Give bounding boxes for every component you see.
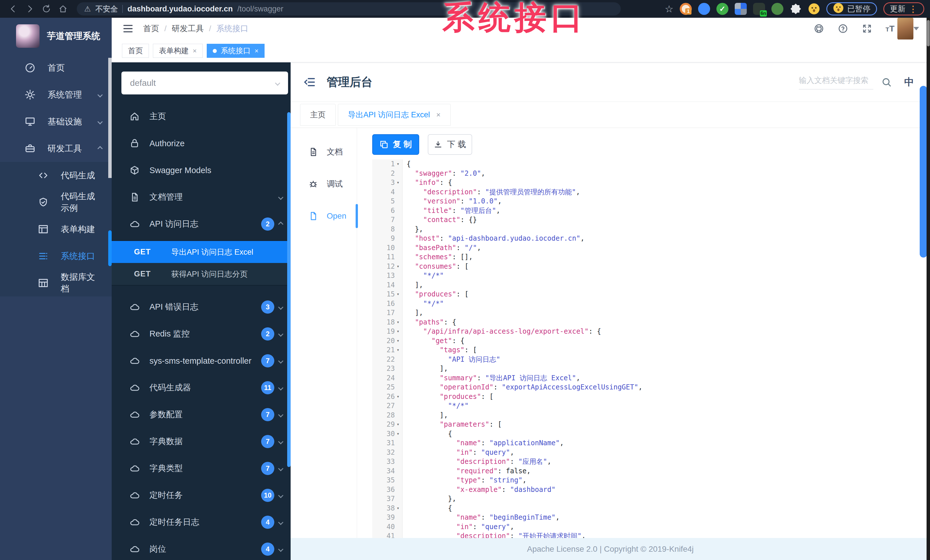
api-group-9[interactable]: 定时任务日志4 [112, 509, 291, 536]
fold-arrow-icon[interactable]: ▾ [395, 160, 401, 169]
doc-nav-文档[interactable]: 文档 [291, 136, 357, 168]
api-group-4[interactable]: 代码生成器11 [112, 374, 291, 401]
sidebar-item-0[interactable]: 首页 [0, 54, 112, 81]
fold-arrow-icon[interactable]: ▾ [395, 290, 401, 299]
close-icon[interactable]: × [193, 47, 197, 55]
avatar-caret-icon[interactable] [913, 27, 919, 33]
user-avatar[interactable] [898, 17, 913, 40]
ext-white-star-icon[interactable] [790, 3, 802, 15]
api-item-1[interactable]: Authorize [112, 130, 291, 157]
sidebar-item-2[interactable]: 基础设施 [0, 108, 112, 135]
json-string: "管理后台" [460, 207, 496, 215]
close-icon[interactable]: × [436, 110, 441, 119]
refresh-icon[interactable] [39, 3, 54, 15]
doc-footer: Apache License 2.0 | Copyright © 2019-Kn… [291, 538, 930, 560]
ext-orange-ring-icon[interactable]: 1 [680, 3, 692, 15]
breadcrumb-item[interactable]: 研发工具 [172, 23, 204, 34]
sidebar-subitem-3[interactable]: 系统接口 [0, 242, 112, 270]
line-number: 24 [386, 373, 395, 383]
fold-arrow-icon[interactable]: ▾ [395, 262, 401, 271]
api-group-1[interactable]: API 错误日志3 [112, 294, 291, 321]
fold-arrow-icon[interactable]: ▾ [395, 327, 401, 336]
api-group-3[interactable]: sys-sms-template-controller7 [112, 347, 291, 374]
api-group-7[interactable]: 字典类型7 [112, 455, 291, 482]
update-button[interactable]: 更新 ⋮ [883, 2, 924, 15]
breadcrumb-item[interactable]: 首页 [143, 23, 159, 34]
api-group-2[interactable]: Redis 监控2 [112, 321, 291, 347]
gutter-line: 21▾ [372, 345, 402, 355]
json-punct [406, 355, 448, 364]
code-editor[interactable]: 1▾23▾456789101112▾131415▾161718▾19▾20▾21… [372, 160, 930, 538]
forward-arrow-icon[interactable] [22, 3, 37, 15]
fold-arrow-icon[interactable]: ▾ [395, 392, 401, 402]
question-icon[interactable] [838, 23, 848, 34]
copy-button[interactable]: 复 制 [372, 134, 419, 155]
fold-arrow-icon[interactable]: ▾ [395, 318, 401, 327]
sidebar-subitem-4[interactable]: 数据库文档 [0, 270, 112, 296]
home-icon[interactable] [55, 3, 71, 15]
sidebar-subitem-0[interactable]: 代码生成 [0, 162, 112, 189]
api-group-6[interactable]: 字典数据7 [112, 428, 291, 455]
tag-tab-1[interactable]: 表单构建× [153, 44, 203, 58]
paused-badge[interactable]: 已暂停 [826, 2, 877, 15]
api-item-2[interactable]: Swagger Models [112, 157, 291, 184]
api-endpoint-0[interactable]: GET导出API 访问日志 Excel [112, 241, 291, 263]
ext-face-icon[interactable] [808, 3, 820, 15]
back-arrow-icon[interactable] [6, 3, 21, 15]
github-icon[interactable] [813, 23, 824, 34]
menu-fold-icon[interactable] [304, 76, 316, 88]
font-size-icon[interactable]: TT [885, 24, 895, 34]
sidebar-subitem-2[interactable]: 表单构建 [0, 216, 112, 242]
doc-tab-0[interactable]: 主页 [300, 104, 336, 126]
json-punct [406, 337, 431, 345]
breadcrumb-item[interactable]: 系统接口 [217, 23, 248, 34]
doc-nav-调试[interactable]: 调试 [291, 168, 357, 200]
api-item-3[interactable]: 文档管理 [112, 184, 291, 210]
browser-scrollbar[interactable] [927, 18, 930, 560]
ext-green-check-icon[interactable]: ✓ [716, 3, 728, 15]
sidebar-subitem-label: 代码生成 [61, 170, 95, 181]
json-key: "version" [423, 197, 460, 205]
browser-menu-icon[interactable]: ⋮ [909, 4, 918, 14]
fold-arrow-icon[interactable]: ▾ [395, 178, 401, 187]
api-item-0[interactable]: 主页 [112, 103, 291, 130]
language-icon[interactable]: 中 [904, 75, 914, 89]
sidebar-scroll-thumb[interactable] [108, 230, 112, 266]
api-endpoint-1[interactable]: GET获得API 访问日志分页 [112, 263, 291, 285]
search-icon[interactable] [790, 23, 800, 34]
api-sidebar-scroll-thumb[interactable] [287, 112, 291, 467]
sidebar-scroll-track[interactable] [108, 58, 112, 178]
ext-6n-icon[interactable]: 6n [753, 3, 765, 15]
download-button[interactable]: 下 载 [428, 134, 472, 155]
tag-tab-2[interactable]: 系统接口× [207, 44, 265, 58]
close-icon[interactable]: × [254, 47, 259, 55]
sidebar-subitem-1[interactable]: 代码生成示例 [0, 189, 112, 216]
doc-nav-Open[interactable]: Open [291, 200, 357, 232]
fold-arrow-icon[interactable]: ▾ [395, 345, 401, 355]
bookmark-star-icon[interactable]: ☆ [665, 3, 673, 15]
code-line: "consumes": [ [406, 262, 930, 271]
ext-blue-drop-icon[interactable] [698, 3, 710, 15]
api-group-8[interactable]: 定时任务10 [112, 482, 291, 509]
browser-scroll-thumb[interactable] [927, 20, 930, 46]
fullscreen-icon[interactable] [862, 23, 873, 34]
sidebar-item-3[interactable]: 研发工具 [0, 135, 112, 162]
doc-search-input[interactable] [799, 74, 873, 90]
search-icon[interactable] [881, 77, 892, 87]
hamburger-icon[interactable] [123, 23, 134, 34]
fold-arrow-icon[interactable]: ▾ [395, 336, 401, 346]
json-punct: }, [406, 225, 423, 233]
fold-arrow-icon[interactable]: ▾ [395, 504, 401, 513]
fold-arrow-icon[interactable]: ▾ [395, 420, 401, 429]
api-group-5[interactable]: 参数配置7 [112, 401, 291, 428]
ext-green-monkey-icon[interactable] [771, 3, 784, 15]
api-group-0[interactable]: API 访问日志2 [112, 210, 291, 238]
doc-tab-1[interactable]: 导出API 访问日志 Excel× [338, 104, 451, 126]
fold-arrow-icon[interactable]: ▾ [395, 429, 401, 439]
tag-tab-0[interactable]: 首页 [122, 44, 149, 58]
api-group-select[interactable]: default [122, 72, 288, 94]
ext-grid-icon[interactable] [735, 3, 747, 15]
sidebar-item-1[interactable]: 系统管理 [0, 81, 112, 108]
api-group-10[interactable]: 岗位4 [112, 536, 291, 560]
doc-scroll-thumb[interactable] [920, 86, 927, 258]
